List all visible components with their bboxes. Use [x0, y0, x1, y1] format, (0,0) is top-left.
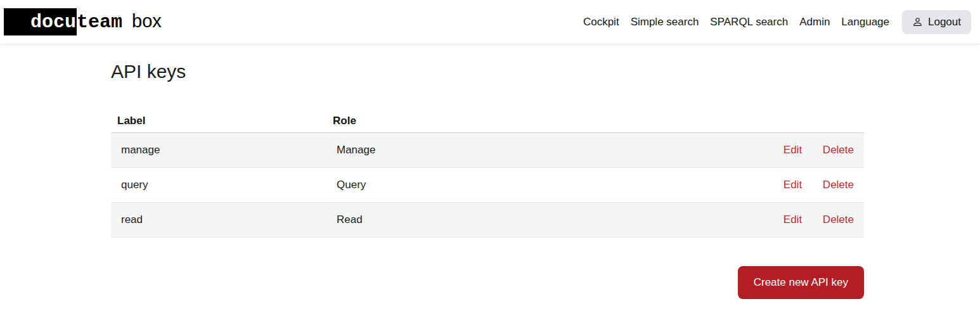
column-header-actions: [681, 110, 864, 133]
logout-label: Logout: [928, 16, 961, 29]
main-content: API keys Label Role manage Manage Edit D…: [111, 44, 864, 299]
api-keys-table: Label Role manage Manage Edit Delete que…: [111, 110, 864, 238]
cell-label: read: [111, 203, 326, 238]
edit-link[interactable]: Edit: [783, 144, 802, 156]
nav-item-sparql-search[interactable]: SPARQL search: [704, 12, 794, 32]
nav-item-simple-search[interactable]: Simple search: [625, 12, 705, 32]
logout-button[interactable]: Logout: [902, 10, 971, 34]
cell-role: Manage: [326, 133, 681, 168]
cell-actions: Edit Delete: [681, 203, 864, 238]
delete-link[interactable]: Delete: [823, 214, 854, 226]
main-navigation: Cockpit Simple search SPARQL search Admi…: [577, 10, 971, 34]
person-icon: [912, 16, 923, 27]
edit-link[interactable]: Edit: [783, 179, 802, 191]
cell-role: Query: [326, 168, 681, 203]
table-row: manage Manage Edit Delete: [111, 133, 864, 168]
create-api-key-button[interactable]: Create new API key: [738, 266, 864, 299]
cell-actions: Edit Delete: [681, 133, 864, 168]
edit-link[interactable]: Edit: [783, 214, 802, 226]
nav-item-cockpit[interactable]: Cockpit: [577, 12, 625, 32]
page-title: API keys: [111, 61, 864, 82]
delete-link[interactable]: Delete: [823, 144, 854, 156]
nav-item-admin[interactable]: Admin: [794, 12, 835, 32]
top-navbar: docuteambox Cockpit Simple search SPARQL…: [0, 0, 980, 44]
table-row: query Query Edit Delete: [111, 168, 864, 203]
brand-docu-block: docu: [4, 8, 77, 36]
column-header-role: Role: [326, 110, 681, 133]
cell-actions: Edit Delete: [681, 168, 864, 203]
cell-role: Read: [326, 203, 681, 238]
nav-item-language[interactable]: Language: [835, 12, 895, 32]
table-row: read Read Edit Delete: [111, 203, 864, 238]
column-header-label: Label: [111, 110, 326, 133]
brand-docu-text: docu: [30, 11, 76, 33]
brand-logo[interactable]: docuteambox: [4, 8, 162, 36]
cell-label: query: [111, 168, 326, 203]
cell-label: manage: [111, 133, 326, 168]
table-header-row: Label Role: [111, 110, 864, 133]
delete-link[interactable]: Delete: [823, 179, 854, 191]
brand-team-text: team: [77, 11, 122, 34]
brand-box-text: box: [132, 11, 162, 32]
